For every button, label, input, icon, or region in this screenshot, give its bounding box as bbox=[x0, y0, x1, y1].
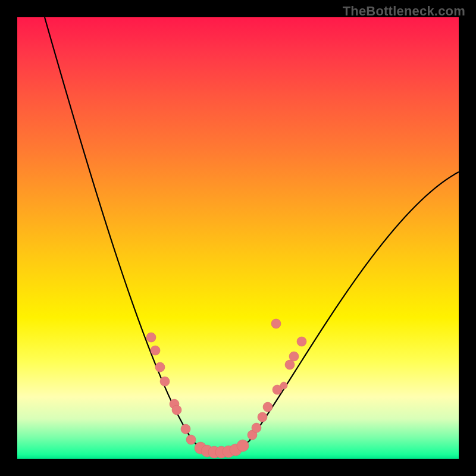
chart-svg bbox=[17, 17, 459, 459]
data-marker bbox=[181, 424, 190, 434]
data-marker bbox=[289, 352, 299, 361]
data-marker bbox=[172, 405, 181, 415]
data-marker bbox=[263, 402, 273, 412]
data-marker bbox=[280, 382, 287, 389]
data-marker bbox=[271, 319, 281, 328]
data-marker bbox=[186, 435, 196, 444]
watermark-text: TheBottleneck.com bbox=[343, 4, 465, 19]
data-marker bbox=[252, 423, 261, 433]
data-marker bbox=[285, 360, 295, 369]
marker-group bbox=[146, 319, 306, 458]
bottleneck-curve-path bbox=[45, 17, 459, 453]
data-marker bbox=[146, 333, 156, 342]
data-marker bbox=[155, 362, 165, 372]
plot-area bbox=[17, 17, 459, 459]
data-marker bbox=[297, 337, 306, 346]
data-marker bbox=[258, 412, 267, 422]
data-marker bbox=[151, 346, 160, 355]
data-marker bbox=[237, 440, 249, 452]
data-marker bbox=[160, 377, 170, 386]
